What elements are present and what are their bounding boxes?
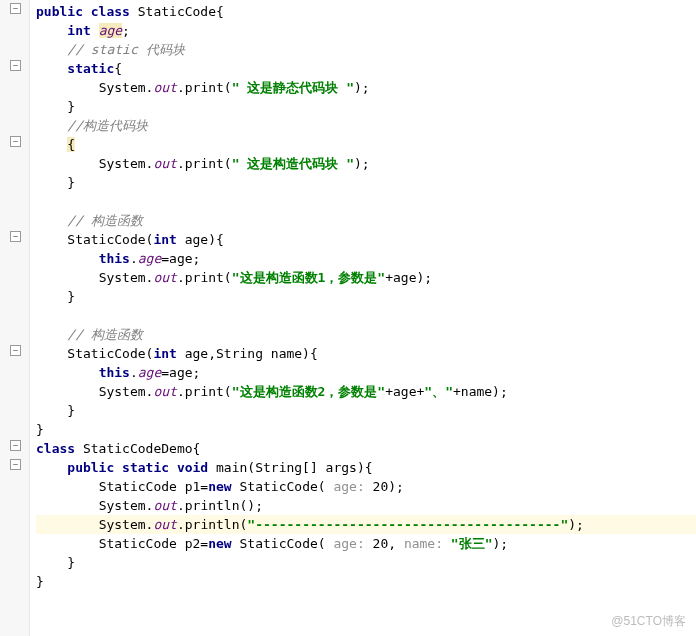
code-line: // 构造函数 bbox=[36, 325, 696, 344]
code-line: public class StaticCode{ bbox=[36, 2, 696, 21]
fold-icon[interactable]: − bbox=[10, 345, 21, 356]
code-line bbox=[36, 306, 696, 325]
fold-icon[interactable]: − bbox=[10, 231, 21, 242]
code-line: this.age=age; bbox=[36, 249, 696, 268]
code-line: } bbox=[36, 287, 696, 306]
code-line bbox=[36, 192, 696, 211]
code-line: static{ bbox=[36, 59, 696, 78]
code-line: System.out.print(" 这是构造代码块 "); bbox=[36, 154, 696, 173]
code-line: StaticCode p1=new StaticCode( age: 20); bbox=[36, 477, 696, 496]
code-line: System.out.println(); bbox=[36, 496, 696, 515]
code-line: } bbox=[36, 553, 696, 572]
code-line: } bbox=[36, 572, 696, 591]
code-line: } bbox=[36, 401, 696, 420]
fold-icon[interactable]: − bbox=[10, 136, 21, 147]
code-line: System.out.print("这是构造函数2，参数是"+age+"、"+n… bbox=[36, 382, 696, 401]
code-line: } bbox=[36, 420, 696, 439]
gutter: − − − − − − − bbox=[0, 0, 30, 636]
code-line: StaticCode(int age,String name){ bbox=[36, 344, 696, 363]
code-line: System.out.println("--------------------… bbox=[36, 515, 696, 534]
code-line: System.out.print(" 这是静态代码块 "); bbox=[36, 78, 696, 97]
code-editor: − − − − − − − public class StaticCode{ i… bbox=[0, 0, 696, 636]
code-line: StaticCode p2=new StaticCode( age: 20, n… bbox=[36, 534, 696, 553]
code-line: int age; bbox=[36, 21, 696, 40]
code-line: // static 代码块 bbox=[36, 40, 696, 59]
code-line: StaticCode(int age){ bbox=[36, 230, 696, 249]
fold-icon[interactable]: − bbox=[10, 459, 21, 470]
code-line: class StaticCodeDemo{ bbox=[36, 439, 696, 458]
code-line: this.age=age; bbox=[36, 363, 696, 382]
code-line: System.out.print("这是构造函数1，参数是"+age); bbox=[36, 268, 696, 287]
fold-icon[interactable]: − bbox=[10, 440, 21, 451]
code-area[interactable]: public class StaticCode{ int age; // sta… bbox=[30, 0, 696, 636]
watermark: @51CTO博客 bbox=[611, 613, 686, 630]
fold-icon[interactable]: − bbox=[10, 3, 21, 14]
fold-icon[interactable]: − bbox=[10, 60, 21, 71]
code-line: { bbox=[36, 135, 696, 154]
code-line: } bbox=[36, 173, 696, 192]
code-line: } bbox=[36, 97, 696, 116]
code-line: public static void main(String[] args){ bbox=[36, 458, 696, 477]
code-line: // 构造函数 bbox=[36, 211, 696, 230]
code-line: //构造代码块 bbox=[36, 116, 696, 135]
